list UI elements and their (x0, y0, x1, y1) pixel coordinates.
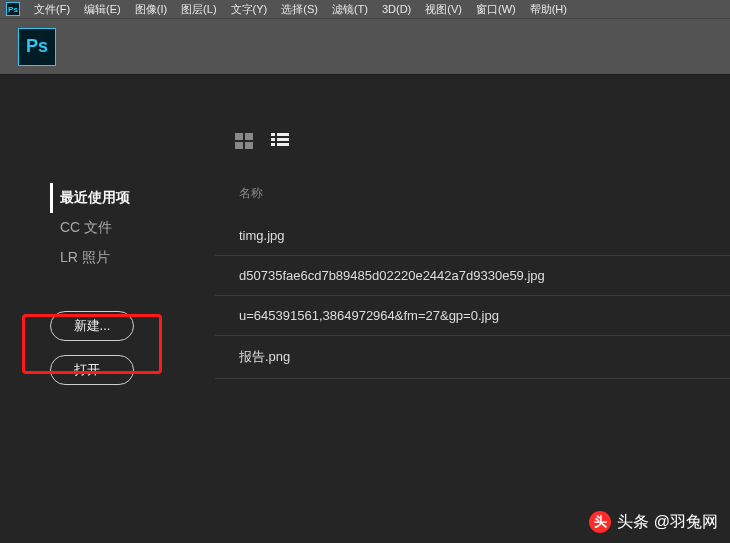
main-area: 最近使用项 CC 文件 LR 照片 新建... 打开... 名称 timg.jp… (0, 74, 730, 543)
menu-3d[interactable]: 3D(D) (382, 3, 411, 15)
menu-help[interactable]: 帮助(H) (530, 2, 567, 17)
menu-view[interactable]: 视图(V) (425, 2, 462, 17)
file-row[interactable]: d50735fae6cd7b89485d02220e2442a7d9330e59… (215, 256, 730, 296)
file-row[interactable]: timg.jpg (215, 216, 730, 256)
ps-logo-icon: Ps (18, 28, 56, 66)
sidebar-item-lr-photos[interactable]: LR 照片 (50, 243, 215, 273)
menu-filter[interactable]: 滤镜(T) (332, 2, 368, 17)
grid-view-icon[interactable] (235, 133, 253, 149)
menu-layer[interactable]: 图层(L) (181, 2, 216, 17)
sidebar-item-cc-files[interactable]: CC 文件 (50, 213, 215, 243)
watermark-text: 头条 @羽兔网 (617, 512, 718, 533)
menu-select[interactable]: 选择(S) (281, 2, 318, 17)
start-sidebar: 最近使用项 CC 文件 LR 照片 新建... 打开... (0, 75, 215, 543)
menu-file[interactable]: 文件(F) (34, 2, 70, 17)
recent-file-list: timg.jpg d50735fae6cd7b89485d02220e2442a… (215, 216, 730, 379)
menu-image[interactable]: 图像(I) (135, 2, 167, 17)
file-row[interactable]: u=645391561,3864972964&fm=27&gp=0.jpg (215, 296, 730, 336)
watermark: 头 头条 @羽兔网 (589, 511, 718, 533)
file-row[interactable]: 报告.png (215, 336, 730, 379)
watermark-badge-icon: 头 (589, 511, 611, 533)
menu-edit[interactable]: 编辑(E) (84, 2, 121, 17)
ps-small-icon: Ps (6, 2, 20, 16)
toolbar: Ps (0, 18, 730, 74)
menu-window[interactable]: 窗口(W) (476, 2, 516, 17)
menu-type[interactable]: 文字(Y) (231, 2, 268, 17)
open-button[interactable]: 打开... (50, 355, 134, 385)
menubar: Ps 文件(F) 编辑(E) 图像(I) 图层(L) 文字(Y) 选择(S) 滤… (0, 0, 730, 18)
list-view-icon[interactable] (271, 133, 289, 149)
sidebar-item-recent[interactable]: 最近使用项 (50, 183, 215, 213)
new-button[interactable]: 新建... (50, 311, 134, 341)
content-area: 名称 timg.jpg d50735fae6cd7b89485d02220e24… (215, 75, 730, 543)
view-toggle (215, 133, 730, 149)
column-header-name[interactable]: 名称 (215, 185, 730, 202)
